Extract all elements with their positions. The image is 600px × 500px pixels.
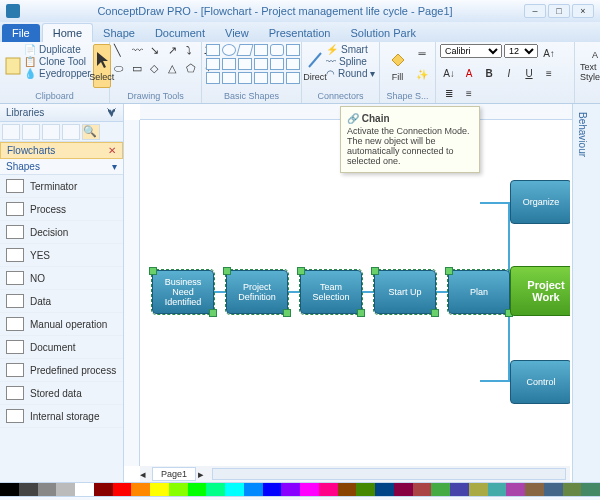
behaviour-tab[interactable]: Behaviour [573,104,592,165]
palette-swatch[interactable] [188,483,207,496]
shape-item[interactable]: Data [0,290,123,313]
palette-swatch[interactable] [525,483,544,496]
shape-item[interactable]: YES [0,244,123,267]
tab-solution-park[interactable]: Solution Park [340,24,425,42]
connector[interactable] [480,380,510,382]
connector[interactable] [480,202,510,204]
shape-item[interactable]: Stored data [0,382,123,405]
direct-connector-button[interactable]: Direct [306,44,324,88]
shapes-subheader[interactable]: Shapes▾ [0,159,123,175]
palette-swatch[interactable] [356,483,375,496]
tab-file[interactable]: File [2,24,40,42]
text-style-button[interactable]: AText Style [579,44,600,88]
shape-thumb-icon [6,340,24,354]
shape-item[interactable]: Terminator [0,175,123,198]
palette-swatch[interactable] [169,483,188,496]
font-shrink-button[interactable]: A↓ [440,64,458,82]
flowchart-node[interactable]: Start Up [374,270,436,314]
smart-connector[interactable]: ⚡Smart [326,44,375,55]
panel-pin-icon[interactable]: ⮟ [107,107,117,118]
maximize-button[interactable]: □ [548,4,570,18]
clone-tool-button[interactable]: 📋Clone Tool [24,56,91,67]
paste-button[interactable] [4,44,22,88]
tab-view[interactable]: View [215,24,259,42]
flowchart-node[interactable]: Project Definition [226,270,288,314]
palette-swatch[interactable] [488,483,507,496]
palette-swatch[interactable] [319,483,338,496]
palette-swatch[interactable] [131,483,150,496]
minimize-button[interactable]: – [524,4,546,18]
palette-swatch[interactable] [56,483,75,496]
palette-swatch[interactable] [150,483,169,496]
shape-item[interactable]: NO [0,267,123,290]
eyedropper-button[interactable]: 💧Eyedropper [24,68,91,79]
shape-item[interactable]: Decision [0,221,123,244]
palette-swatch[interactable] [450,483,469,496]
font-select[interactable]: Calibri [440,44,502,58]
color-palette[interactable] [0,482,600,496]
align-right-button[interactable]: ≡ [460,84,478,102]
align-left-button[interactable]: ≡ [540,64,558,82]
palette-swatch[interactable] [113,483,132,496]
duplicate-button[interactable]: 📄Duplicate [24,44,91,55]
palette-swatch[interactable] [94,483,113,496]
palette-swatch[interactable] [375,483,394,496]
font-size-select[interactable]: 12 [504,44,538,58]
fill-button[interactable]: Fill [384,44,411,88]
duplicate-label: Duplicate [39,44,81,55]
basic-shapes-grid[interactable] [206,44,300,84]
shape-item[interactable]: Predefined process [0,359,123,382]
flowcharts-category[interactable]: Flowcharts✕ [0,142,123,159]
palette-swatch[interactable] [431,483,450,496]
library-toolbar[interactable]: 🔍 [0,122,123,142]
palette-swatch[interactable] [581,483,600,496]
flowchart-node[interactable]: Organize [510,180,570,224]
close-button[interactable]: × [572,4,594,18]
palette-swatch[interactable] [413,483,432,496]
line-style-button[interactable]: ═ [413,44,431,62]
flowchart-node[interactable]: Plan [448,270,510,314]
close-icon[interactable]: ✕ [108,145,116,156]
tab-presentation[interactable]: Presentation [259,24,341,42]
flowchart-node[interactable]: Project Work [510,266,570,316]
shape-item[interactable]: Manual operation [0,313,123,336]
palette-swatch[interactable] [38,483,57,496]
align-center-button[interactable]: ≣ [440,84,458,102]
bold-button[interactable]: B [480,64,498,82]
shape-item[interactable]: Process [0,198,123,221]
palette-swatch[interactable] [300,483,319,496]
round-connector[interactable]: ◠Round▾ [326,68,375,79]
select-button[interactable]: Select [93,44,111,88]
palette-swatch[interactable] [0,483,19,496]
tab-document[interactable]: Document [145,24,215,42]
underline-button[interactable]: U [520,64,538,82]
palette-swatch[interactable] [75,483,94,496]
font-grow-button[interactable]: A↑ [540,44,558,62]
font-color-button[interactable]: A [460,64,478,82]
palette-swatch[interactable] [469,483,488,496]
palette-swatch[interactable] [225,483,244,496]
palette-swatch[interactable] [19,483,38,496]
flowchart-node[interactable]: Team Selection [300,270,362,314]
palette-swatch[interactable] [544,483,563,496]
shape-item[interactable]: Internal storage [0,405,123,428]
flowchart-node[interactable]: Business Need Identified [152,270,214,314]
palette-swatch[interactable] [338,483,357,496]
italic-button[interactable]: I [500,64,518,82]
page-tab[interactable]: Page1 [152,467,196,481]
palette-swatch[interactable] [206,483,225,496]
horizontal-scrollbar[interactable] [212,468,566,480]
ruler-vertical [124,120,140,466]
palette-swatch[interactable] [281,483,300,496]
tab-shape[interactable]: Shape [93,24,145,42]
flowchart-node[interactable]: Control [510,360,570,404]
palette-swatch[interactable] [244,483,263,496]
shape-item[interactable]: Document [0,336,123,359]
spline-connector[interactable]: 〰Spline [326,56,375,67]
tab-home[interactable]: Home [42,23,93,42]
palette-swatch[interactable] [506,483,525,496]
palette-swatch[interactable] [394,483,413,496]
palette-swatch[interactable] [263,483,282,496]
effects-button[interactable]: ✨ [413,65,431,83]
palette-swatch[interactable] [563,483,582,496]
